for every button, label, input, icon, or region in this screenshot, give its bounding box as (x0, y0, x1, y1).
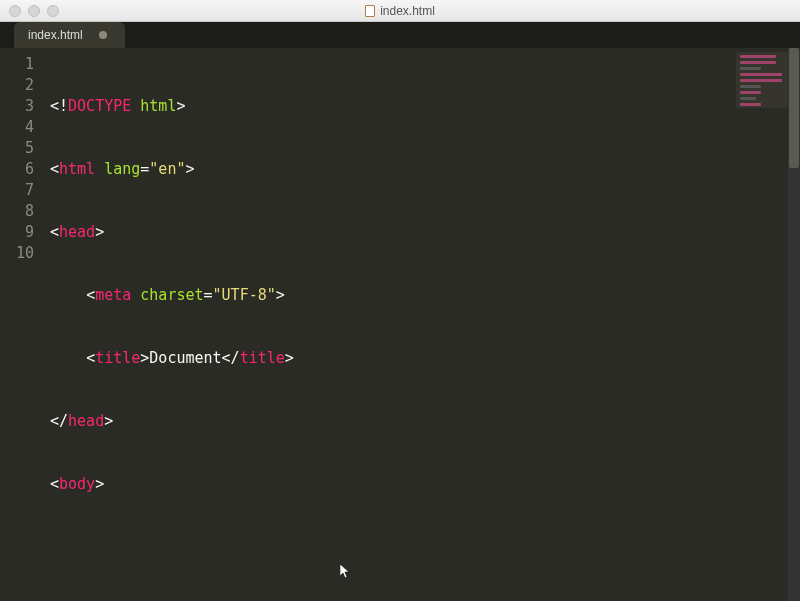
window-title-text: index.html (380, 4, 435, 18)
code-line: <title>Document</title> (50, 348, 800, 369)
window-titlebar: index.html (0, 0, 800, 22)
editor-area[interactable]: 1 2 3 4 5 6 7 8 9 10 <!DOCTYPE html> <ht… (0, 48, 800, 601)
line-number: 4 (0, 117, 34, 138)
scrollbar-thumb[interactable] (789, 48, 799, 168)
line-number: 2 (0, 75, 34, 96)
line-number: 3 (0, 96, 34, 117)
file-icon (365, 5, 375, 17)
line-number: 5 (0, 138, 34, 159)
window-title: index.html (0, 4, 800, 18)
dirty-indicator-icon (99, 31, 107, 39)
editor-app: index.html 1 2 3 4 5 6 7 8 9 10 <!DOCTYP… (0, 22, 800, 601)
minimap[interactable] (736, 52, 788, 108)
code-line: <body> (50, 474, 800, 495)
code-line: <meta charset="UTF-8"> (50, 285, 800, 306)
tab-bar: index.html (0, 22, 800, 48)
code-content[interactable]: <!DOCTYPE html> <html lang="en"> <head> … (44, 48, 800, 601)
tab-index-html[interactable]: index.html (14, 22, 125, 48)
tab-label: index.html (28, 28, 83, 42)
line-number: 1 (0, 54, 34, 75)
line-number: 10 (0, 243, 34, 264)
line-number: 9 (0, 222, 34, 243)
code-line: </head> (50, 411, 800, 432)
vertical-scrollbar[interactable] (788, 48, 800, 601)
code-line (50, 537, 800, 558)
line-number-gutter: 1 2 3 4 5 6 7 8 9 10 (0, 48, 44, 601)
code-line: <!DOCTYPE html> (50, 96, 800, 117)
line-number: 6 (0, 159, 34, 180)
code-line: <head> (50, 222, 800, 243)
line-number: 8 (0, 201, 34, 222)
line-number: 7 (0, 180, 34, 201)
code-line: <html lang="en"> (50, 159, 800, 180)
